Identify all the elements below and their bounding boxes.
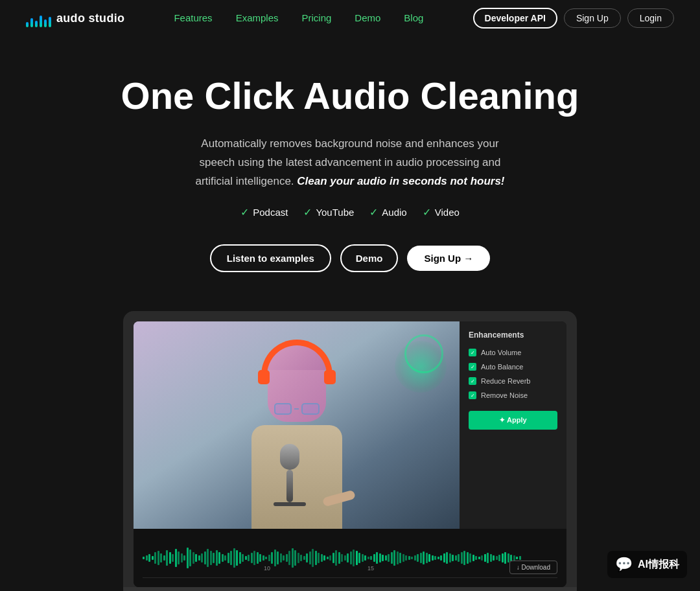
headphones [261, 340, 332, 375]
logo-bar-6 [49, 17, 51, 27]
laptop-mockup: Enhancements Auto Volume Auto Balance Re… [123, 311, 577, 591]
logo-bar-2 [30, 18, 33, 27]
checkbox-remove-noise[interactable] [469, 391, 476, 399]
tag-label-audio: Audio [382, 207, 406, 218]
logo-bar-4 [40, 16, 42, 27]
nav-link-features[interactable]: Features [174, 12, 212, 23]
check-icon-podcast: ✓ [240, 206, 249, 218]
video-area [134, 321, 460, 529]
tag-label-podcast: Podcast [253, 207, 288, 218]
signup-hero-button[interactable]: Sign Up → [407, 246, 490, 271]
headphone-ear-left [258, 370, 270, 384]
hero-tag-audio: ✓ Audio [369, 206, 406, 218]
enhancement-reduce-reverb: Reduce Reverb [469, 377, 557, 385]
wechat-icon: 💬 [615, 556, 633, 573]
enhancement-auto-volume: Auto Volume [469, 349, 557, 356]
glasses-lens-left [274, 403, 292, 415]
navbar: audo studio Features Examples Pricing De… [0, 0, 700, 36]
checkbox-auto-volume[interactable] [469, 349, 476, 356]
hero-tag-youtube: ✓ YouTube [303, 206, 354, 218]
tag-label-youtube: YouTube [316, 207, 354, 218]
brand-name: audo studio [56, 12, 124, 25]
check-icon-video: ✓ [423, 206, 431, 218]
check-icon-audio: ✓ [369, 206, 378, 218]
checkbox-reduce-reverb[interactable] [469, 377, 476, 385]
nav-link-blog[interactable]: Blog [404, 12, 423, 23]
laptop-screen: Enhancements Auto Volume Auto Balance Re… [134, 321, 566, 587]
glasses-bridge [294, 408, 299, 410]
glasses [274, 402, 320, 415]
screen-content: Enhancements Auto Volume Auto Balance Re… [134, 321, 566, 529]
timeline-marker-15: 15 [368, 565, 374, 572]
demo-button[interactable]: Demo [340, 244, 399, 272]
nav-link-examples[interactable]: Examples [236, 12, 279, 23]
timeline-marker-10: 10 [264, 565, 270, 572]
label-auto-volume: Auto Volume [481, 349, 521, 356]
waveform-timeline: 10 15 [143, 577, 557, 578]
headphone-ear-right [324, 370, 336, 384]
enhancement-remove-noise: Remove Noise [469, 391, 557, 399]
hero-desc-em: Clean your audio in seconds not hours! [297, 175, 504, 187]
logo-icon [26, 9, 51, 27]
tag-label-video: Video [435, 207, 460, 218]
label-auto-balance: Auto Balance [481, 363, 523, 371]
listen-examples-button[interactable]: Listen to examples [210, 244, 331, 272]
hero-title: One Click Audio Cleaning [26, 75, 674, 117]
waveform-area: 10 15 ↓ Download [134, 529, 566, 587]
enhancement-auto-balance: Auto Balance [469, 363, 557, 371]
download-button[interactable]: ↓ Download [509, 561, 557, 574]
headphone-band [261, 340, 332, 375]
video-placeholder [134, 321, 460, 529]
mic-stand [286, 470, 293, 502]
hero-tag-video: ✓ Video [423, 206, 460, 218]
logo-bar-3 [35, 21, 38, 27]
enhancements-panel: Enhancements Auto Volume Auto Balance Re… [460, 321, 566, 529]
logo[interactable]: audo studio [26, 9, 124, 27]
microphone [274, 444, 306, 506]
hero-description: Automatically removes background noise a… [188, 135, 512, 191]
nav-link-demo[interactable]: Demo [355, 12, 380, 23]
label-remove-noise: Remove Noise [481, 391, 528, 399]
logo-bar-1 [26, 22, 29, 27]
mic-base [274, 502, 306, 506]
apply-button[interactable]: ✦ Apply [469, 411, 557, 430]
mockup-container: Enhancements Auto Volume Auto Balance Re… [0, 298, 700, 591]
hero-buttons: Listen to examples Demo Sign Up → [26, 244, 674, 272]
logo-bar-5 [44, 19, 47, 27]
watermark: 💬 AI情报科 [607, 551, 687, 578]
enhancements-title: Enhancements [469, 330, 557, 340]
glasses-lens-right [301, 403, 319, 415]
login-nav-button[interactable]: Login [627, 8, 674, 28]
check-icon-youtube: ✓ [303, 206, 312, 218]
nav-link-pricing[interactable]: Pricing [301, 12, 331, 23]
label-reduce-reverb: Reduce Reverb [481, 377, 530, 385]
hero-section: One Click Audio Cleaning Automatically r… [0, 36, 700, 298]
checkbox-auto-balance[interactable] [469, 363, 476, 371]
nav-actions: Developer API Sign Up Login [473, 8, 674, 29]
signup-nav-button[interactable]: Sign Up [564, 8, 621, 28]
mic-head [280, 444, 299, 470]
hero-tags: ✓ Podcast ✓ YouTube ✓ Audio ✓ Video [26, 206, 674, 218]
hero-tag-podcast: ✓ Podcast [240, 206, 288, 218]
nav-links: Features Examples Pricing Demo Blog [174, 12, 423, 24]
waveform-bars [143, 548, 557, 568]
laptop-base [123, 587, 577, 591]
developer-api-button[interactable]: Developer API [473, 8, 557, 29]
watermark-text: AI情报科 [638, 558, 679, 572]
